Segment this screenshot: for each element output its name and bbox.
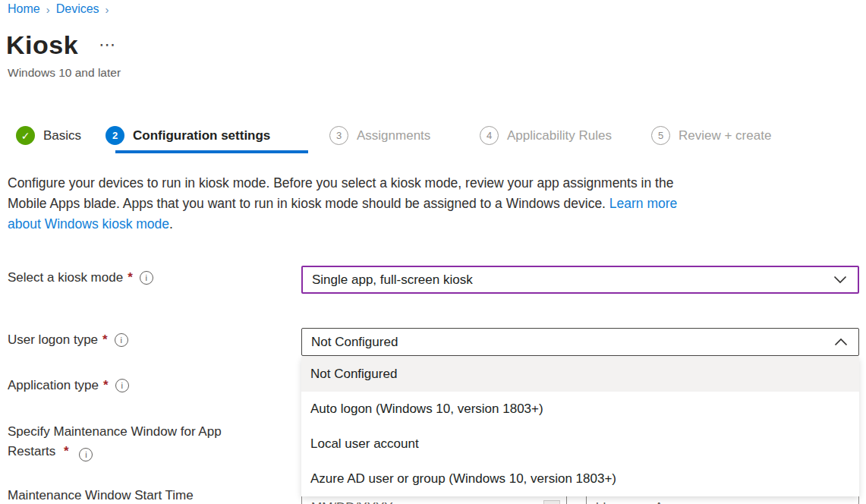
step-number-badge: 2 — [105, 126, 124, 145]
active-tab-underline — [115, 150, 308, 153]
kiosk-profile-wizard-page: Home › Devices › Kiosk ⋯ Windows 10 and … — [0, 0, 866, 504]
label-text: Application type — [8, 378, 99, 393]
learn-more-link[interactable]: Learn more — [609, 196, 678, 211]
breadcrumb-devices-link[interactable]: Devices — [56, 2, 99, 16]
required-asterisk: * — [128, 270, 133, 285]
breadcrumb-separator-icon: › — [46, 3, 50, 16]
chevron-down-icon — [833, 276, 847, 284]
label-text: Select a kiosk mode — [8, 270, 123, 285]
option-auto-logon[interactable]: Auto logon (Windows 10, version 1803+) — [301, 392, 859, 427]
option-not-configured[interactable]: Not Configured — [301, 357, 859, 392]
tab-assignments[interactable]: 3 Assignments — [329, 126, 430, 145]
kiosk-mode-value: Single app, full-screen kiosk — [312, 272, 833, 288]
tab-label: Applicability Rules — [507, 128, 612, 143]
kiosk-mode-label: Select a kiosk mode * i — [8, 270, 153, 285]
tab-label: Basics — [43, 128, 81, 143]
kiosk-mode-dropdown[interactable]: Single app, full-screen kiosk — [301, 266, 859, 294]
step-number-badge: 5 — [651, 126, 670, 145]
page-description: Configure your devices to run in kiosk m… — [8, 173, 835, 235]
breadcrumb-home-link[interactable]: Home — [8, 2, 40, 16]
tab-label: Configuration settings — [133, 128, 270, 143]
user-logon-type-label: User logon type * i — [8, 332, 128, 348]
tab-label: Assignments — [357, 128, 430, 143]
label-text: Maintenance Window Start Time — [8, 488, 194, 503]
user-logon-type-value: Not Configured — [311, 335, 834, 350]
tab-basics[interactable]: ✓ Basics — [16, 126, 81, 145]
option-azure-ad-user-or-group[interactable]: Azure AD user or group (Windows 10, vers… — [301, 461, 859, 496]
page-subtitle: Windows 10 and later — [8, 66, 121, 80]
calendar-icon[interactable] — [543, 500, 560, 504]
tab-label: Review + create — [679, 128, 771, 143]
option-local-user-account[interactable]: Local user account — [301, 427, 859, 461]
time-placeholder: hh:mm:ss A — [596, 500, 663, 504]
tab-applicability-rules[interactable]: 4 Applicability Rules — [480, 126, 612, 145]
more-menu-ellipsis-icon[interactable]: ⋯ — [99, 35, 116, 55]
learn-more-link[interactable]: about Windows kiosk mode — [8, 216, 169, 232]
tab-review-create[interactable]: 5 Review + create — [651, 126, 771, 145]
maintenance-start-time-label: Maintenance Window Start Time — [8, 488, 194, 503]
info-icon[interactable]: i — [79, 448, 93, 461]
required-asterisk: * — [64, 442, 69, 461]
label-text: User logon type — [8, 332, 98, 348]
user-logon-type-dropdown[interactable]: Not Configured — [301, 328, 859, 356]
label-text: Specify Maintenance Window for App Resta… — [8, 424, 222, 458]
required-asterisk: * — [102, 332, 108, 348]
info-icon[interactable]: i — [115, 379, 129, 392]
chevron-up-icon — [834, 338, 848, 346]
page-title: Kiosk — [6, 30, 78, 60]
description-text: Configure your devices to run in kiosk m… — [8, 175, 673, 191]
application-type-label: Application type * i — [8, 378, 129, 393]
step-number-badge: 3 — [329, 126, 348, 145]
description-text: . — [169, 216, 173, 232]
user-logon-type-listbox: Not Configured Auto logon (Windows 10, v… — [301, 357, 859, 496]
date-placeholder: MM/DD/YYYY — [311, 500, 393, 504]
info-icon[interactable]: i — [115, 333, 128, 347]
maintenance-window-label: Specify Maintenance Window for App Resta… — [8, 422, 269, 461]
info-icon[interactable]: i — [140, 271, 153, 285]
breadcrumb-separator-icon: › — [105, 3, 109, 16]
check-icon: ✓ — [16, 126, 35, 145]
tab-configuration-settings[interactable]: 2 Configuration settings — [105, 126, 270, 145]
step-number-badge: 4 — [480, 126, 499, 145]
description-text: Mobile Apps blade. Apps that you want to… — [8, 196, 609, 211]
breadcrumb: Home › Devices › — [8, 2, 109, 16]
required-asterisk: * — [103, 378, 109, 393]
